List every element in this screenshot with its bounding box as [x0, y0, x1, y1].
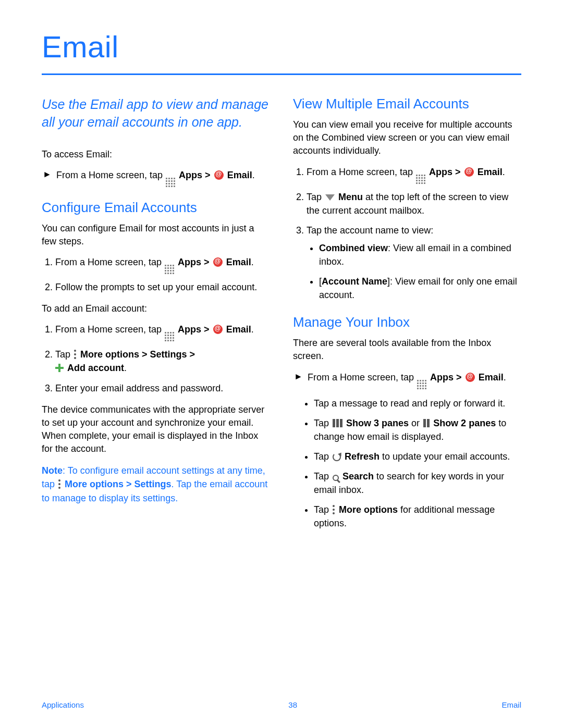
apps-grid-icon	[165, 332, 174, 341]
period: .	[503, 167, 505, 177]
sep: >	[454, 372, 464, 382]
multi-sublist: Combined view: View all email in a combi…	[307, 241, 521, 302]
text: From a Home screen, tap	[307, 167, 415, 177]
multi-step-1: From a Home screen, tap Apps > Email.	[307, 165, 521, 184]
right-column: View Multiple Email Accounts You can vie…	[293, 96, 521, 538]
configure-note: Note: To configure email account setting…	[42, 464, 270, 504]
page-footer: Applications 38 Email	[42, 700, 521, 709]
text: Tap the account name to view:	[307, 225, 433, 236]
show-3-label: Show 3 panes	[346, 418, 409, 428]
title-rule	[42, 73, 521, 75]
more-options-icon	[58, 479, 61, 489]
apps-label: Apps	[178, 257, 201, 267]
sep: >	[452, 167, 463, 177]
configure-step-1: From a Home screen, tap Apps > Email.	[55, 255, 270, 274]
email-label: Email	[478, 167, 503, 177]
more-options-icon	[333, 505, 335, 514]
more-options-label: More options	[65, 479, 124, 489]
configure-step-2: Follow the prompts to set up your email …	[55, 280, 270, 294]
account-name-label: Account Name	[322, 276, 387, 287]
text: Tap	[314, 418, 332, 428]
or-text: or	[409, 418, 422, 428]
multi-lead: You can view email you receive for multi…	[293, 118, 521, 158]
access-label: To access Email:	[42, 148, 270, 161]
show-2-label: Show 2 panes	[433, 418, 496, 428]
sep: >	[124, 479, 134, 489]
add-step-1: From a Home screen, tap Apps > Email.	[55, 323, 270, 341]
search-icon	[333, 475, 339, 481]
text: Tap	[314, 471, 332, 482]
content-columns: Use the Email app to view and manage all…	[42, 96, 521, 538]
text: Tap	[55, 349, 73, 360]
period: .	[251, 257, 254, 267]
text: From a Home screen, tap	[55, 257, 164, 267]
period: .	[252, 170, 255, 180]
inbox-b5: Tap More options for additional message …	[314, 503, 521, 530]
intro-text: Use the Email app to view and manage all…	[42, 96, 270, 131]
email-icon	[213, 325, 223, 334]
text: From a Home screen, tap	[55, 324, 164, 335]
apps-label: Apps	[430, 372, 454, 382]
multi-step-2: Tap Menu at the top left of the screen t…	[307, 190, 521, 217]
refresh-tail: to update your email accounts.	[380, 451, 510, 462]
inbox-b3: Tap Refresh to update your email account…	[314, 450, 521, 463]
more-options-label: More options	[339, 504, 398, 515]
text: Tap	[307, 192, 324, 202]
refresh-label: Refresh	[345, 451, 380, 462]
refresh-icon	[333, 453, 341, 461]
email-label: Email	[227, 170, 252, 180]
configure-para: The device communicates with the appropr…	[42, 403, 270, 456]
add-account-label: To add an Email account:	[42, 302, 270, 315]
combined-label: Combined view	[319, 243, 388, 253]
page-title: Email	[42, 29, 521, 64]
more-options-icon	[74, 350, 77, 359]
email-icon	[464, 167, 474, 177]
add-step-3: Enter your email address and password.	[55, 381, 270, 395]
configure-lead: You can configure Email for most account…	[42, 222, 270, 248]
multi-heading: View Multiple Email Accounts	[293, 96, 521, 112]
text: From a Home screen, tap	[56, 170, 165, 180]
apps-label: Apps	[429, 167, 452, 177]
sep: >	[201, 324, 212, 335]
email-icon	[466, 373, 475, 382]
add-steps: From a Home screen, tap Apps > Email. Ta…	[42, 323, 270, 394]
footer-left: Applications	[42, 700, 84, 709]
configure-steps: From a Home screen, tap Apps > Email. Fo…	[42, 255, 270, 294]
sep: >	[201, 257, 212, 267]
panes-3-icon	[333, 419, 342, 427]
sep: >	[202, 170, 213, 180]
apps-label: Apps	[179, 170, 202, 180]
text: Tap	[314, 451, 332, 462]
inbox-b2: Tap Show 3 panes or Show 2 panes to chan…	[314, 416, 521, 443]
menu-down-icon	[325, 194, 335, 201]
apps-label: Apps	[178, 324, 201, 335]
more-options-label: More options	[80, 349, 139, 360]
inbox-lead: There are several tools available from t…	[293, 337, 521, 363]
apps-grid-icon	[417, 380, 426, 389]
email-icon	[214, 170, 224, 180]
inbox-heading: Manage Your Inbox	[293, 314, 521, 330]
multi-step-3: Tap the account name to view: Combined v…	[307, 224, 521, 302]
inbox-b1: Tap a message to read and reply or forwa…	[314, 397, 521, 410]
apps-grid-icon	[165, 265, 174, 274]
configure-heading: Configure Email Accounts	[42, 200, 270, 216]
add-account-label-bold: Add account	[67, 363, 124, 373]
email-label: Email	[226, 257, 251, 267]
inbox-bullets: Tap a message to read and reply or forwa…	[293, 397, 521, 530]
plus-icon	[55, 364, 64, 372]
period: .	[504, 372, 506, 382]
text: Tap	[314, 504, 332, 515]
email-label: Email	[226, 324, 251, 335]
inbox-b4: Tap Search to search for key words in yo…	[314, 470, 521, 497]
email-icon	[213, 257, 223, 267]
menu-tail: at the top left of the screen to view th…	[307, 192, 508, 216]
footer-page-number: 38	[288, 700, 297, 709]
sep: >	[187, 349, 195, 360]
add-step-2: Tap More options > Settings > Add accoun…	[55, 348, 270, 375]
note-label: Note	[42, 465, 63, 476]
footer-right: Email	[501, 700, 521, 709]
account-name-item: [Account Name]: View email for only one …	[319, 275, 521, 302]
settings-label: Settings	[150, 349, 187, 360]
left-column: Use the Email app to view and manage all…	[42, 96, 270, 538]
access-step: From a Home screen, tap Apps > Email.	[42, 168, 270, 187]
